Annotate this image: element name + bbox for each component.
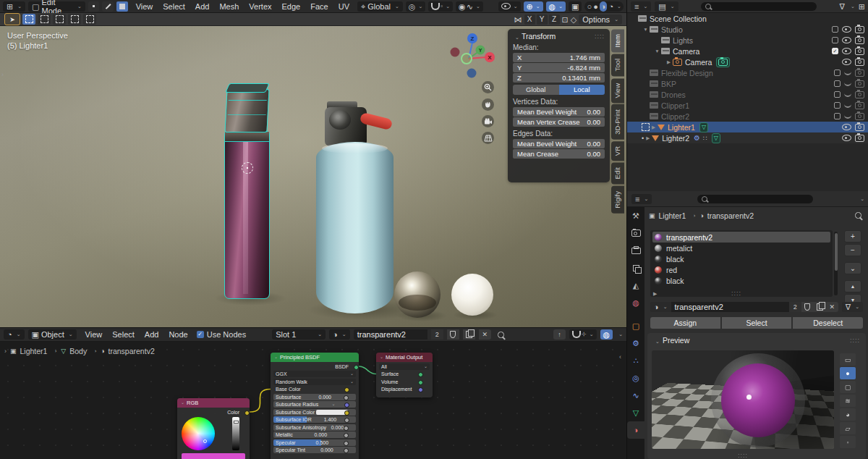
outliner-row-bkp[interactable]: BKP <box>627 78 868 89</box>
panel-resize-grip[interactable]: :::: <box>738 452 748 459</box>
material-slot-metalict[interactable]: metalict <box>652 243 830 253</box>
outliner-row-scene-collection[interactable]: Scene Collection <box>627 13 868 24</box>
copy-material-button[interactable] <box>814 302 826 312</box>
properties-tab-world[interactable]: ◍ <box>627 294 644 311</box>
shader-select-menu[interactable]: Select <box>107 328 140 341</box>
param-subsurface-radius[interactable]: Subsurface Radius⌄ <box>273 401 356 408</box>
move-slot-up-button[interactable]: ▲ <box>844 280 861 292</box>
rgb-color-swatch[interactable] <box>182 453 245 459</box>
visibility-dropdown[interactable]: ⌄ <box>498 1 521 12</box>
disclosure-caret[interactable]: ▶ <box>650 125 658 130</box>
value-slider-handle[interactable] <box>234 421 239 424</box>
eye-closed-icon[interactable] <box>844 114 851 119</box>
options-dropdown[interactable]: Options ⌄ <box>579 14 622 25</box>
specials-dropdown[interactable]: ∇⌄ <box>842 302 863 312</box>
snap-group[interactable]: ⊹⌄ <box>569 329 597 340</box>
fake-user-button[interactable] <box>447 329 459 340</box>
input-socket[interactable] <box>344 403 349 408</box>
camera-off-icon[interactable] <box>855 80 864 88</box>
orthographic-toggle-button[interactable] <box>482 132 494 144</box>
mirror-z-toggle[interactable]: Z <box>549 14 560 25</box>
properties-search-input[interactable] <box>697 195 813 203</box>
param-subsurface[interactable]: Subsurface0.000 <box>273 394 356 400</box>
outliner-row-camera[interactable]: ▼Camera✓ <box>627 46 868 56</box>
preview-shape-shaderball-button[interactable]: ◕ <box>840 408 856 421</box>
lighter2-body-object[interactable] <box>316 142 393 313</box>
outliner-row-lights[interactable]: Lights <box>627 35 868 46</box>
rendered-shading-icon[interactable]: ◔ <box>608 1 613 12</box>
overlays-toggle[interactable]: ◍ <box>600 329 613 340</box>
vertex-data-field[interactable]: Mean Bevel Weight0.00 <box>513 107 605 117</box>
properties-tab-scene[interactable]: ◭ <box>627 277 644 294</box>
gizmo-neg-y-axis[interactable] <box>461 54 472 64</box>
camera-off-icon[interactable] <box>855 70 864 77</box>
input-socket[interactable] <box>344 410 349 416</box>
properties-tab-modifiers[interactable]: ⚙ <box>627 334 644 352</box>
color-wheel-cursor[interactable] <box>203 439 207 443</box>
users-count-badge[interactable]: 2 <box>789 302 801 312</box>
show-overlays-toggle[interactable]: ◍⌄ <box>546 1 566 12</box>
material-name-field[interactable]: transparentv2 <box>671 302 789 312</box>
sidebar-tab-3d-print[interactable]: 3D-Print <box>611 104 624 140</box>
eye-closed-icon[interactable] <box>844 92 851 97</box>
material-slot-black[interactable]: black <box>652 253 830 264</box>
vertex-data-field[interactable]: Mean Vertex Crease0.00 <box>513 117 605 127</box>
viewport-edge-menu[interactable]: Edge <box>277 0 306 13</box>
principled-node-header[interactable]: ⌄Principled BSDF <box>271 353 359 362</box>
material-preview-shading-icon[interactable]: ◑ <box>600 1 608 12</box>
snap-options-icon[interactable]: ⊡ <box>562 14 569 25</box>
slot-dropdown[interactable]: Slot 1 ⌄ <box>272 329 326 340</box>
users-count-badge[interactable]: 2 <box>431 329 443 340</box>
exclude-checkbox[interactable] <box>834 113 841 119</box>
solid-shading-icon[interactable]: ● <box>593 1 598 12</box>
outliner-row-studio[interactable]: ▼Studio <box>627 24 868 35</box>
disclosure-caret[interactable]: ▼ <box>642 27 650 32</box>
viewport-select-menu[interactable]: Select <box>158 0 190 13</box>
white-sphere-object[interactable] <box>451 274 493 316</box>
edge-data-field[interactable]: Mean Crease0.00 <box>513 149 605 159</box>
mirror-y-toggle[interactable]: Y <box>537 14 548 25</box>
remove-slot-button[interactable]: − <box>844 244 861 256</box>
outliner-row-clipper1[interactable]: Clipper1 <box>627 100 868 111</box>
material-name-field[interactable]: transparentv2 <box>354 329 427 340</box>
material-preview-viewport[interactable] <box>652 350 834 449</box>
preview-shape-cloth-button[interactable]: ▱ <box>840 422 856 434</box>
eye-closed-icon[interactable] <box>844 70 851 75</box>
sidebar-tab-rigify[interactable]: Rigify <box>611 186 624 214</box>
shader-add-menu[interactable]: Add <box>140 328 164 341</box>
unlink-material-button[interactable]: ✕ <box>826 302 838 312</box>
transform-panel-collapse[interactable]: ⌄Transform <box>513 32 556 41</box>
param-subsurface-anisotropy[interactable]: Subsurface Anisotropy0.000 <box>273 424 356 431</box>
eye-icon[interactable] <box>842 37 851 43</box>
eye-closed-icon[interactable] <box>844 81 851 86</box>
properties-tab-constraints[interactable]: ∿ <box>627 387 644 404</box>
slot-specials-button[interactable]: ⌄ <box>844 262 861 274</box>
outliner-row-clipper2[interactable]: Clipper2 <box>627 111 868 122</box>
select-new-button[interactable] <box>22 14 35 25</box>
editor-type-button[interactable]: ≡⌄ <box>631 1 651 12</box>
properties-tab-tool[interactable]: ⚒ <box>627 207 644 224</box>
mirror-x-toggle[interactable]: X <box>524 14 535 25</box>
viewport-uv-menu[interactable]: UV <box>333 0 354 13</box>
editor-type-button[interactable]: ≡⌄ <box>631 194 652 204</box>
toolbar-expand-icon[interactable]: › <box>1 71 4 78</box>
breadcrumb-object[interactable]: Lighter1 <box>659 211 686 220</box>
param-base-color[interactable]: Base Color <box>273 386 356 392</box>
color-wheel[interactable] <box>182 417 215 450</box>
properties-tab-particles[interactable]: ∴ <box>627 352 644 369</box>
input-socket[interactable] <box>344 441 349 446</box>
copy-material-button[interactable] <box>463 329 475 340</box>
subsurface-color-swatch[interactable] <box>316 410 348 415</box>
properties-tab-object-data[interactable]: ▽ <box>627 404 644 421</box>
material-slot-transparentv2[interactable]: transparentv2 <box>652 232 830 243</box>
shader-node-menu[interactable]: Node <box>163 328 192 341</box>
use-nodes-toggle[interactable]: ✓ Use Nodes <box>197 330 246 339</box>
pivot-point-dropdown[interactable]: ◎⌄ <box>406 1 425 12</box>
select-subtract-button[interactable] <box>53 14 66 25</box>
select-intersect-button[interactable] <box>83 14 96 25</box>
properties-tab-physics[interactable]: ◎ <box>627 369 644 387</box>
input-socket[interactable] <box>344 418 349 423</box>
outliner-row-lighter1[interactable]: ▶Lighter1▽ <box>627 122 868 132</box>
viewport-mesh-menu[interactable]: Mesh <box>214 0 244 13</box>
properties-tab-view-layer[interactable] <box>627 259 644 277</box>
